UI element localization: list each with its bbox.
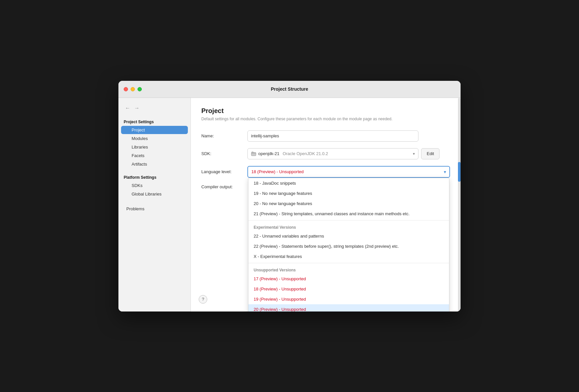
help-button[interactable]: ? [199, 295, 207, 304]
minimize-button[interactable] [131, 87, 135, 91]
dropdown-item-19-no-new[interactable]: 19 - No new language features [248, 188, 449, 198]
maximize-button[interactable] [138, 87, 142, 91]
dropdown-item-18-javadoc[interactable]: 18 - JavaDoc snippets [248, 178, 449, 188]
language-level-label: Language level: [201, 169, 247, 174]
experimental-versions-header: Experimental Versions [248, 222, 449, 231]
language-level-chevron-icon: ▾ [444, 169, 446, 174]
titlebar: Project Structure [118, 81, 461, 98]
forward-button[interactable]: → [133, 104, 141, 112]
unsupported-versions-header: Unsupported Versions [248, 265, 449, 274]
sidebar-item-artifacts[interactable]: Artifacts [121, 160, 188, 168]
dropdown-item-18-unsupported[interactable]: 18 (Preview) - Unsupported [248, 284, 449, 294]
nav-back-forward: ← → [118, 103, 190, 117]
sidebar-item-libraries[interactable]: Libraries [121, 143, 188, 151]
dropdown-item-21-preview[interactable]: 21 (Preview) - String templates, unnamed… [248, 209, 449, 219]
language-level-dropdown-menu: 18 - JavaDoc snippets 19 - No new langua… [248, 178, 449, 311]
sidebar-item-global-libraries[interactable]: Global Libraries [121, 190, 188, 198]
dropdown-item-x-experimental[interactable]: X - Experimental features [248, 251, 449, 262]
sidebar-bottom: Problems [118, 205, 190, 213]
sidebar: ← → Project Settings Project Modules Lib… [118, 98, 191, 311]
scrollbar-track[interactable] [458, 98, 461, 311]
page-description: Default settings for all modules. Config… [201, 117, 450, 121]
sdk-dropdown-left: openjdk-21 Oracle OpenJDK 21.0.2 [251, 151, 328, 156]
sdk-version: Oracle OpenJDK 21.0.2 [283, 151, 328, 156]
dropdown-item-20-unsupported[interactable]: 20 (Preview) - Unsupported [248, 304, 449, 311]
dropdown-item-17-unsupported[interactable]: 17 (Preview) - Unsupported [248, 274, 449, 284]
sdk-folder-icon [251, 151, 256, 156]
project-settings-label: Project Settings [118, 117, 190, 126]
sdk-row: SDK: openjdk-21 Or [201, 148, 450, 159]
project-structure-window: Project Structure ← → Project Settings P… [118, 81, 461, 311]
name-label: Name: [201, 133, 247, 138]
sidebar-item-modules[interactable]: Modules [121, 134, 188, 143]
language-level-dropdown[interactable]: 18 (Preview) - Unsupported ▾ 18 - JavaDo… [247, 166, 450, 178]
compiler-output-label: Compiler output: [201, 184, 247, 189]
language-level-selected: 18 (Preview) - Unsupported [251, 169, 304, 174]
dropdown-divider-1 [248, 220, 449, 220]
close-button[interactable] [124, 87, 128, 91]
sdk-edit-button[interactable]: Edit [421, 148, 440, 159]
chevron-down-icon: ▾ [413, 151, 415, 156]
sidebar-item-problems[interactable]: Problems [121, 205, 188, 213]
dropdown-item-20-no-new[interactable]: 20 - No new language features [248, 198, 449, 209]
sidebar-item-project[interactable]: Project [121, 126, 188, 134]
window-title: Project Structure [271, 86, 308, 92]
sidebar-item-facets[interactable]: Facets [121, 151, 188, 160]
sdk-dropdown[interactable]: openjdk-21 Oracle OpenJDK 21.0.2 ▾ [247, 148, 418, 159]
sidebar-divider [118, 169, 190, 173]
svg-rect-1 [252, 152, 253, 153]
sdk-name: openjdk-21 [258, 151, 279, 156]
page-title: Project [201, 107, 450, 115]
sdk-label: SDK: [201, 151, 247, 156]
dropdown-item-22-preview[interactable]: 22 (Preview) - Statements before super()… [248, 241, 449, 251]
name-row: Name: [201, 130, 450, 142]
main-content: Project Default settings for all modules… [191, 98, 461, 311]
name-input[interactable] [247, 130, 418, 142]
language-level-row: Language level: 18 (Preview) - Unsupport… [201, 166, 450, 178]
platform-settings-label: Platform Settings [118, 173, 190, 181]
dropdown-divider-2 [248, 263, 449, 263]
dropdown-item-19-unsupported[interactable]: 19 (Preview) - Unsupported [248, 294, 449, 304]
scrollbar-thumb[interactable] [458, 162, 461, 182]
traffic-lights [124, 87, 142, 91]
sidebar-item-sdks[interactable]: SDKs [121, 181, 188, 190]
back-button[interactable]: ← [124, 104, 132, 112]
dropdown-item-22-unnamed[interactable]: 22 - Unnamed variables and patterns [248, 231, 449, 241]
sdk-selector-group: openjdk-21 Oracle OpenJDK 21.0.2 ▾ Edit [247, 148, 440, 159]
content-area: ← → Project Settings Project Modules Lib… [118, 98, 461, 311]
